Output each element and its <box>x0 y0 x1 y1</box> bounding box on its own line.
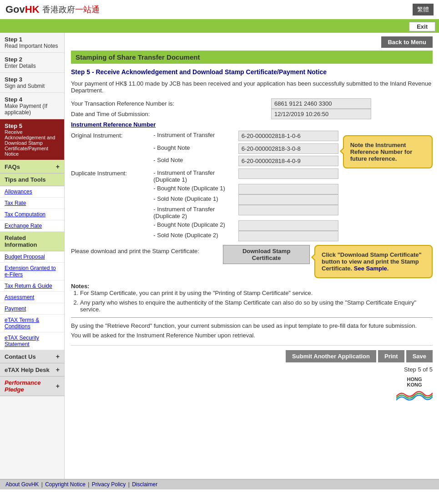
sidebar-link-allowances[interactable]: Allowances <box>0 186 64 198</box>
tooltip2-end: . <box>387 265 389 272</box>
notes-section: Notes: For Stamp Certificate, you can pr… <box>71 283 433 313</box>
divider <box>71 317 433 318</box>
logo: GovHK 香港政府一站通 <box>5 4 100 15</box>
sidebar-contact[interactable]: Contact Us + <box>0 350 64 363</box>
sidebar-step4[interactable]: Step 4 Make Payment (If applicable) <box>0 93 64 119</box>
tooltip1-text: Note the Instrument Reference Number for… <box>350 142 413 162</box>
back-to-menu-button[interactable]: Back to Menu <box>381 36 433 48</box>
sidebar-step3[interactable]: Step 3 Sign and Submit <box>0 73 64 93</box>
lang-button[interactable]: 繁體 <box>413 4 434 15</box>
content-area: Back to Menu Stamping of Share Transfer … <box>65 33 439 407</box>
date-label: Date and Time of Submission: <box>71 109 271 119</box>
step2-title: Step 2 <box>5 56 60 63</box>
hk-brand-text: HONG KONG <box>407 377 422 387</box>
original-row0-value <box>238 131 338 141</box>
download-label: Please download and print the Stamp Cert… <box>71 245 223 255</box>
dup-row4-value <box>238 220 338 231</box>
footer-brand: HONG KONG <box>71 373 433 404</box>
step-indicator: Step 5 of 5 <box>71 366 433 373</box>
sidebar-link-budget[interactable]: Budget Proposal <box>0 251 64 263</box>
dup-row3-value <box>238 205 338 215</box>
tips-label: Tips and Tools <box>5 176 46 183</box>
sidebar-related[interactable]: Related Information <box>0 232 64 251</box>
page-title-bar: Stamping of Share Transfer Document <box>71 51 433 64</box>
step5-desc: Receive Acknowledgement and Download Sta… <box>5 129 60 157</box>
note-item-1: Any party who wishes to enquire the auth… <box>80 299 433 313</box>
instrument-ref-link[interactable]: Instrument Reference Number <box>71 121 433 128</box>
contact-expand-icon: + <box>56 353 60 360</box>
main-layout: Step 1 Read Important Notes Step 2 Enter… <box>0 33 439 479</box>
dup-row4-label: - Bought Note (Duplicate 2) <box>153 221 235 228</box>
footer-links: About GovHK | Copyright Notice | Privacy… <box>0 479 439 489</box>
save-button[interactable]: Save <box>406 350 433 362</box>
duplicate-label: Duplicate Instrument: <box>71 168 153 184</box>
sidebar-link-etax-security[interactable]: eTAX Security Statement <box>0 332 64 350</box>
dup-row1-value <box>238 184 338 194</box>
page-title: Stamping of Share Transfer Document <box>76 53 200 61</box>
sidebar-tips[interactable]: Tips and Tools <box>0 173 64 186</box>
sidebar-step5[interactable]: Step 5 Receive Acknowledgement and Downl… <box>0 119 64 160</box>
sidebar-etax-help[interactable]: eTAX Help Desk + <box>0 363 64 377</box>
tooltip-instrument-ref: Note the Instrument Reference Number for… <box>343 135 433 168</box>
sidebar-link-payment[interactable]: Payment <box>0 303 64 315</box>
step1-desc: Read Important Notes <box>5 43 60 49</box>
step4-desc: Make Payment (If applicable) <box>5 103 60 116</box>
dup-row5-label: - Sold Note (Duplicate 2) <box>153 232 235 239</box>
retrieve-text2: You will be asked for the Instrument Ref… <box>71 332 433 339</box>
transaction-value <box>271 98 371 109</box>
footer-link-privacy[interactable]: Privacy Policy <box>92 481 126 488</box>
payment-info: Your payment of HK$ 11.00 made by JCB ha… <box>71 80 433 94</box>
top-bar: Exit <box>0 20 439 33</box>
sidebar: Step 1 Read Important Notes Step 2 Enter… <box>0 33 65 479</box>
original-row1-label: - Bought Note <box>153 144 235 151</box>
original-label: Original Instrument: <box>71 131 153 143</box>
sidebar-performance[interactable]: PerformancePledge + <box>0 377 64 396</box>
performance-label: PerformancePledge <box>5 379 40 393</box>
footer-link-disclaimer[interactable]: Disclaimer <box>132 481 157 488</box>
sidebar-link-etax-terms[interactable]: eTAX Terms & Conditions <box>0 315 64 332</box>
etax-help-expand-icon: + <box>56 366 60 373</box>
sidebar-link-taxreturn[interactable]: Tax Return & Guide <box>0 280 64 292</box>
faqs-expand-icon: + <box>56 163 60 170</box>
dup-row2-label: - Sold Note (Duplicate 1) <box>153 195 235 202</box>
transaction-label: Your Transaction Reference Number is: <box>71 98 271 109</box>
hk-brand: HONG KONG <box>396 377 433 402</box>
logo-chinese: 香港政府 <box>42 4 75 15</box>
related-label: Related Information <box>5 234 60 248</box>
bottom-actions: Submit Another Application Print Save <box>71 345 433 364</box>
logo-yizantong: 一站通 <box>75 4 100 15</box>
exit-button[interactable]: Exit <box>409 22 435 31</box>
sidebar-link-exchange[interactable]: Exchange Rate <box>0 220 64 232</box>
submit-another-button[interactable]: Submit Another Application <box>286 350 376 362</box>
dup-row0-label: - Instrument of Transfer (Duplicate 1) <box>153 169 235 183</box>
sidebar-link-taxcomp[interactable]: Tax Computation <box>0 209 64 220</box>
sidebar-step1[interactable]: Step 1 Read Important Notes <box>0 33 64 53</box>
original-row2-label: - Sold Note <box>153 157 235 163</box>
step1-title: Step 1 <box>5 36 60 43</box>
step-heading: Step 5 - Receive Acknowledgement and Dow… <box>71 68 433 76</box>
date-value <box>271 109 371 119</box>
header: GovHK 香港政府一站通 繁體 <box>0 0 439 20</box>
sidebar-link-taxrate[interactable]: Tax Rate <box>0 198 64 209</box>
dup-row2-value <box>238 194 338 205</box>
original-row0-label: - Instrument of Transfer <box>153 131 235 139</box>
dup-row5-value <box>238 231 338 241</box>
retrieve-text1: By using the "Retrieve Record" function,… <box>71 322 433 329</box>
see-sample-link[interactable]: See Sample <box>354 265 387 272</box>
dup-row1-label: - Bought Note (Duplicate 1) <box>153 185 235 192</box>
sidebar-link-extension[interactable]: Extension Granted to e-Filers <box>0 263 64 280</box>
footer-link-copyright[interactable]: Copyright Notice <box>45 481 86 488</box>
print-button[interactable]: Print <box>378 350 404 362</box>
etax-help-label: eTAX Help Desk <box>5 367 50 373</box>
note-item-0: For Stamp Certificate, you can print it … <box>80 290 433 296</box>
sidebar-faqs[interactable]: FAQs + <box>0 160 64 173</box>
footer-link-about[interactable]: About GovHK <box>5 481 39 488</box>
logo-hk: HK <box>25 4 40 15</box>
download-stamp-button[interactable]: Download Stamp Certificate <box>223 245 310 264</box>
step5-title: Step 5 <box>5 122 60 129</box>
contact-label: Contact Us <box>5 353 36 360</box>
sidebar-step2[interactable]: Step 2 Enter Details <box>0 53 64 73</box>
dup-row0-value <box>238 168 338 179</box>
sidebar-link-assessment[interactable]: Assessment <box>0 292 64 303</box>
tooltip-download: Click "Download Stamp Certificate" butto… <box>314 245 433 278</box>
